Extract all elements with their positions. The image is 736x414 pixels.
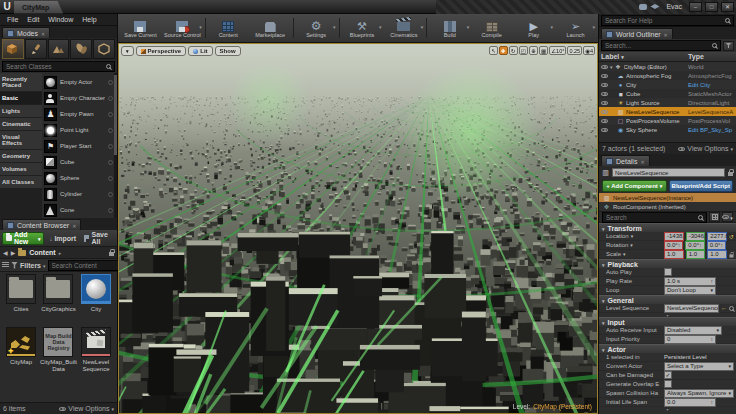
visibility-eye-icon[interactable] [601, 92, 608, 96]
placeable-cube[interactable]: Cube [44, 154, 117, 170]
drag-handle-icon[interactable] [108, 96, 113, 101]
save-all-button[interactable]: Save All [81, 232, 115, 245]
help-search-input[interactable] [605, 17, 725, 24]
rotate-tool-button[interactable]: ↻ [509, 46, 518, 55]
section-actor[interactable]: Actor [599, 344, 736, 353]
menu-window[interactable]: Window [44, 16, 77, 23]
modes-tab[interactable]: Modes [2, 27, 50, 38]
outliner-row-sky-sphere[interactable]: Sky SphereEdit BP_Sky_Sp [599, 125, 736, 134]
scale-x-field[interactable]: 1.0 [664, 250, 684, 259]
cinematics-button[interactable]: Cinematics [383, 18, 424, 38]
drag-handle-icon[interactable] [108, 80, 113, 85]
chevron-down-icon[interactable] [379, 23, 382, 30]
chevron-down-icon[interactable] [333, 23, 336, 30]
details-search-input[interactable] [606, 214, 698, 221]
details-tab-close-icon[interactable] [640, 158, 644, 165]
placeable-point-light[interactable]: Point Light [44, 122, 117, 138]
scale-y-field[interactable]: 1.0 [686, 250, 706, 259]
outliner-search-input[interactable] [605, 42, 712, 49]
move-tool-button[interactable]: ✚ [499, 46, 508, 55]
spinner-icon[interactable] [711, 335, 714, 343]
level-tab[interactable]: CityMap [14, 1, 63, 14]
blueprints-button[interactable]: Blueprints [342, 18, 383, 38]
location-z-field[interactable]: 2277.616 [707, 232, 727, 241]
outliner-row-atmospheric-fog[interactable]: Atmospheric FogAtmosphericFog [599, 71, 736, 80]
feedback-icon[interactable] [639, 4, 647, 10]
settings-button[interactable]: Settings [296, 18, 337, 38]
location-y-field[interactable]: -3046.94 [686, 232, 706, 241]
can-be-damaged-checkbox[interactable] [664, 371, 672, 379]
property-matrix-button[interactable] [709, 212, 720, 222]
placeable-empty-pawn[interactable]: Empty Pawn [44, 106, 117, 122]
chevron-down-icon[interactable] [421, 23, 424, 30]
placeable-player-start[interactable]: Player Start [44, 138, 117, 154]
foliage-mode-button[interactable] [70, 39, 92, 59]
outliner-row-postprocessvolume[interactable]: PostProcessVolumePostProcessVol [599, 116, 736, 125]
label-column-header[interactable]: Label [601, 53, 619, 60]
world-outliner-tab-close-icon[interactable] [664, 31, 668, 38]
menu-edit[interactable]: Edit [23, 16, 43, 23]
filters-button[interactable]: Filters [20, 262, 41, 269]
input-priority-field[interactable]: 0 [664, 335, 716, 344]
compile-button[interactable]: Compile [471, 18, 512, 38]
component-newlevelsequence-instance[interactable]: NewLevelSequence(Instance) [599, 193, 736, 202]
maximize-button[interactable] [705, 2, 718, 12]
asset-newlevel-sequence[interactable]: NewLevel Sequence [78, 327, 114, 379]
breadcrumb[interactable]: Content [29, 249, 55, 256]
lit-mode-button[interactable]: Lit [188, 46, 212, 56]
drag-handle-icon[interactable] [108, 160, 113, 165]
chevron-down-icon[interactable] [199, 23, 202, 30]
forward-arrow-icon[interactable]: ▶ [11, 249, 16, 256]
edit-blueprint-link[interactable]: Edit City [688, 82, 734, 88]
details-view-options-button[interactable] [722, 212, 733, 222]
loop-dropdown[interactable]: Don't Loop [664, 286, 716, 295]
world-local-toggle[interactable]: ⊕ [529, 46, 538, 55]
build-button[interactable]: Build [429, 18, 470, 38]
play-button[interactable]: Play [513, 18, 554, 38]
spinner-icon[interactable] [711, 277, 714, 285]
category-volumes[interactable]: Volumes [0, 163, 42, 175]
asset-citygraphics-folder[interactable]: CityGraphics [40, 274, 77, 326]
drag-handle-icon[interactable] [108, 144, 113, 149]
chevron-down-icon[interactable] [551, 23, 554, 30]
rotation-x-field[interactable]: 0.0° [664, 241, 683, 250]
expand-arrow-icon[interactable] [610, 63, 613, 70]
placeable-empty-actor[interactable]: Empty Actor [44, 74, 117, 90]
rotation-z-field[interactable]: 0.0° [707, 241, 726, 250]
modes-scrollbar[interactable] [114, 73, 117, 218]
edit-blueprint-link[interactable]: Edit BP_Sky_Sp [688, 127, 734, 133]
scale-label[interactable]: Scale [606, 251, 662, 257]
placeable-cylinder[interactable]: Cylinder [44, 186, 117, 202]
save-current-button[interactable]: Save Current [120, 18, 161, 38]
convert-actor-dropdown[interactable]: Select a Type [664, 362, 734, 371]
auto-play-checkbox[interactable] [664, 268, 672, 276]
category-visual-effects[interactable]: Visual Effects [0, 131, 42, 149]
grid-snap-toggle[interactable]: ▦ [539, 46, 548, 55]
asset-citymap-built-data[interactable]: Map Build Data Registry CityMap_Built Da… [40, 327, 77, 379]
scale-tool-button[interactable]: ◰ [519, 46, 528, 55]
help-search-field[interactable] [601, 15, 734, 26]
rotation-label[interactable]: Rotation [606, 242, 662, 248]
placeable-empty-character[interactable]: Empty Character [44, 90, 117, 106]
generate-overlap-checkbox[interactable] [664, 380, 672, 388]
scale-z-field[interactable]: 1.0 [707, 250, 727, 259]
rotation-y-field[interactable]: 0.0° [685, 241, 704, 250]
asset-citymap-level[interactable]: ✚ CityMap [3, 327, 39, 379]
menu-help[interactable]: Help [78, 16, 100, 23]
spinner-icon[interactable] [711, 398, 714, 406]
current-level-indicator[interactable]: Level: CityMap (Persistent) [513, 403, 592, 410]
place-mode-button[interactable] [2, 39, 24, 59]
details-tab[interactable]: Details [601, 155, 650, 166]
import-button[interactable]: Import [46, 232, 79, 245]
asset-cities-folder[interactable]: Cities [3, 274, 39, 326]
rotation-snap-toggle[interactable]: ∠10° [549, 46, 566, 55]
drag-handle-icon[interactable] [108, 192, 113, 197]
viewport-options-button[interactable] [121, 46, 134, 56]
drag-handle-icon[interactable] [108, 208, 113, 213]
play-rate-field[interactable]: 1.0 s [664, 277, 716, 286]
visibility-eye-icon[interactable] [601, 74, 608, 78]
placeable-sphere[interactable]: Sphere [44, 170, 117, 186]
spinner-icon[interactable] [678, 241, 681, 249]
outliner-view-options-button[interactable]: View Options [678, 145, 733, 152]
level-sequence-dropdown[interactable]: NewLevelSequence [664, 304, 719, 313]
